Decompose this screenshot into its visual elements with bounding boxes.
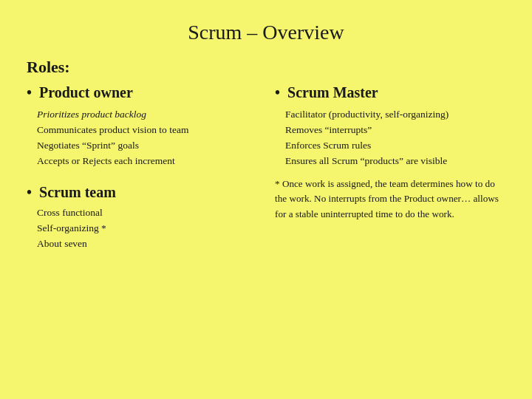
right-column: • Scrum Master Facilitator (productivity… — [269, 84, 505, 174]
list-item: Negotiates “Sprint” goals — [37, 138, 257, 154]
list-item: About seven — [37, 236, 257, 252]
left-column: • Product owner Prioritizes product back… — [27, 84, 269, 174]
bullet-icon: • — [27, 184, 32, 201]
scrum-master-items: Facilitator (productivity, self-organizi… — [285, 107, 505, 169]
scrum-team-items: Cross functional Self-organizing * About… — [37, 205, 257, 252]
list-item: Self-organizing * — [37, 221, 257, 236]
list-item: Cross functional — [37, 205, 257, 221]
list-item: Removes “interrupts” — [285, 123, 505, 138]
slide: Scrum – Overview Roles: • Product owner … — [0, 0, 532, 399]
bottom-section: • Scrum team Cross functional Self-organ… — [27, 177, 505, 256]
scrum-master-heading: • Scrum Master — [275, 84, 505, 101]
slide-title: Scrum – Overview — [27, 21, 505, 44]
list-item: Communicates product vision to team — [37, 123, 257, 138]
scrum-team-heading: • Scrum team — [27, 184, 257, 201]
bullet-icon: • — [275, 84, 280, 101]
list-item: Enforces Scrum rules — [285, 138, 505, 154]
footnote: * Once work is assigned, the team determ… — [269, 177, 505, 256]
list-item: Facilitator (productivity, self-organizi… — [285, 107, 505, 123]
list-item: Prioritizes product backlog — [37, 107, 257, 123]
list-item: Accepts or Rejects each increment — [37, 154, 257, 169]
product-owner-items: Prioritizes product backlog Communicates… — [37, 107, 257, 169]
bottom-left: • Scrum team Cross functional Self-organ… — [27, 177, 269, 256]
roles-label: Roles: — [27, 58, 505, 77]
bullet-icon: • — [27, 84, 32, 101]
list-item: Ensures all Scrum “products” are visible — [285, 154, 505, 169]
product-owner-heading: • Product owner — [27, 84, 257, 101]
two-column-layout: • Product owner Prioritizes product back… — [27, 84, 505, 174]
